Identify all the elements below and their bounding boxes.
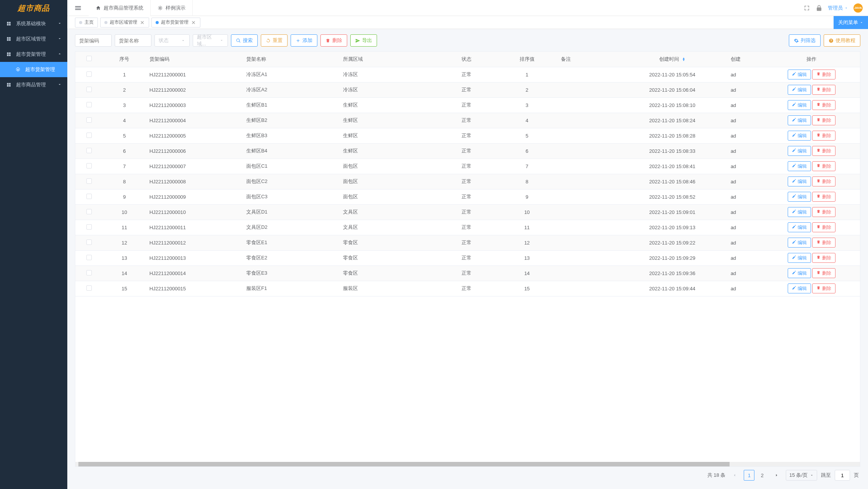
edit-button[interactable]: 编辑: [788, 100, 811, 110]
row-checkbox[interactable]: [86, 87, 92, 92]
col-creator[interactable]: 创建: [727, 52, 763, 67]
delete-button[interactable]: 删除: [320, 34, 347, 47]
cell-name: 冷冻区A2: [242, 82, 339, 97]
row-delete-button[interactable]: 删除: [812, 161, 835, 171]
shelf-code-input[interactable]: [75, 34, 112, 47]
chevron-down-icon: [810, 473, 814, 477]
row-checkbox[interactable]: [86, 270, 92, 275]
search-button[interactable]: 搜索: [231, 34, 258, 47]
row-delete-button[interactable]: 删除: [812, 176, 835, 186]
row-delete-button[interactable]: 删除: [812, 192, 835, 202]
edit-button[interactable]: 编辑: [788, 207, 811, 217]
col-sort[interactable]: 排序值: [497, 52, 557, 67]
edit-button[interactable]: 编辑: [788, 192, 811, 202]
edit-button[interactable]: 编辑: [788, 253, 811, 263]
col-time[interactable]: 创建时间 ▲▼: [618, 52, 727, 67]
edit-button[interactable]: 编辑: [788, 146, 811, 156]
page-tab-2[interactable]: 超市货架管理: [151, 18, 200, 28]
row-delete-button[interactable]: 删除: [812, 253, 835, 263]
cell-region: 生鲜区: [339, 143, 436, 159]
row-delete-button[interactable]: 删除: [812, 268, 835, 278]
col-status[interactable]: 状态: [436, 52, 497, 67]
export-button[interactable]: 导出: [350, 34, 377, 47]
edit-button[interactable]: 编辑: [788, 85, 811, 95]
row-checkbox[interactable]: [86, 194, 92, 199]
edit-button[interactable]: 编辑: [788, 176, 811, 186]
cell-region: 文具区: [339, 220, 436, 235]
reset-button[interactable]: 重置: [261, 34, 288, 47]
row-delete-button[interactable]: 删除: [812, 207, 835, 217]
sidebar-item-1[interactable]: 超市区域管理: [0, 31, 67, 47]
row-checkbox[interactable]: [86, 178, 92, 184]
row-delete-button[interactable]: 删除: [812, 115, 835, 125]
fullscreen-icon[interactable]: [803, 5, 810, 11]
sidebar-item-2[interactable]: 超市货架管理: [0, 47, 67, 62]
row-checkbox[interactable]: [86, 255, 92, 260]
cell-sort: 7: [497, 159, 557, 174]
row-delete-button[interactable]: 删除: [812, 238, 835, 248]
row-checkbox[interactable]: [86, 224, 92, 230]
page-tab-1[interactable]: 超市区域管理: [100, 18, 149, 28]
col-note[interactable]: 备注: [557, 52, 618, 67]
col-code[interactable]: 货架编码: [146, 52, 242, 67]
page-size-select[interactable]: 15 条/页: [786, 470, 817, 481]
row-checkbox[interactable]: [86, 240, 92, 245]
row-checkbox[interactable]: [86, 285, 92, 291]
region-select[interactable]: 超市区域...: [193, 34, 228, 47]
avatar[interactable]: JAVA: [853, 3, 863, 13]
status-select[interactable]: 状态: [154, 34, 190, 47]
sidebar-subitem-2-0[interactable]: 超市货架管理: [0, 62, 67, 77]
shelf-name-input[interactable]: [115, 34, 151, 47]
select-all-checkbox[interactable]: [86, 56, 92, 61]
row-delete-button[interactable]: 删除: [812, 131, 835, 141]
page-tab-0[interactable]: 主页: [75, 18, 98, 28]
edit-button[interactable]: 编辑: [788, 131, 811, 141]
top-tab-0[interactable]: 超市商品管理系统: [89, 0, 151, 16]
row-delete-button[interactable]: 删除: [812, 283, 835, 293]
cell-region: 零食区: [339, 266, 436, 281]
edit-button[interactable]: 编辑: [788, 283, 811, 293]
cell-status: 正常: [436, 189, 497, 204]
cell-status: 正常: [436, 159, 497, 174]
edit-button[interactable]: 编辑: [788, 161, 811, 171]
col-name[interactable]: 货架名称: [242, 52, 339, 67]
next-page-button[interactable]: [771, 470, 782, 481]
page-number-2[interactable]: 2: [757, 470, 767, 481]
columns-button[interactable]: 列筛选: [789, 34, 821, 47]
row-checkbox[interactable]: [86, 209, 92, 214]
edit-button[interactable]: 编辑: [788, 268, 811, 278]
menu-toggle[interactable]: [67, 0, 89, 16]
edit-icon: [792, 209, 796, 215]
user-menu[interactable]: 管理员: [828, 5, 848, 11]
row-checkbox[interactable]: [86, 133, 92, 138]
row-checkbox[interactable]: [86, 148, 92, 153]
close-icon[interactable]: [140, 20, 145, 25]
close-menu-button[interactable]: 关闭菜单: [834, 16, 868, 29]
col-region[interactable]: 所属区域: [339, 52, 436, 67]
row-delete-button[interactable]: 删除: [812, 70, 835, 79]
row-delete-button[interactable]: 删除: [812, 85, 835, 95]
edit-button[interactable]: 编辑: [788, 115, 811, 125]
page-number-1[interactable]: 1: [744, 470, 754, 481]
tutorial-button[interactable]: 使用教程: [824, 34, 860, 47]
row-checkbox[interactable]: [86, 163, 92, 168]
row-delete-button[interactable]: 删除: [812, 146, 835, 156]
row-checkbox[interactable]: [86, 117, 92, 123]
sidebar-item-3[interactable]: 超市商品管理: [0, 77, 67, 92]
close-icon[interactable]: [191, 20, 196, 25]
add-button[interactable]: 添加: [291, 34, 317, 47]
horizontal-scrollbar[interactable]: [75, 462, 860, 466]
row-delete-button[interactable]: 删除: [812, 222, 835, 232]
lock-icon[interactable]: [816, 5, 822, 11]
top-tab-1[interactable]: 样例演示: [151, 0, 193, 16]
edit-button[interactable]: 编辑: [788, 70, 811, 79]
row-checkbox[interactable]: [86, 71, 92, 77]
user-label: 管理员: [828, 5, 843, 11]
row-delete-button[interactable]: 删除: [812, 100, 835, 110]
edit-button[interactable]: 编辑: [788, 238, 811, 248]
prev-page-button[interactable]: [729, 470, 740, 481]
sidebar-item-0[interactable]: 系统基础模块: [0, 16, 67, 31]
edit-button[interactable]: 编辑: [788, 222, 811, 232]
row-checkbox[interactable]: [86, 102, 92, 107]
jump-input[interactable]: [835, 470, 850, 481]
